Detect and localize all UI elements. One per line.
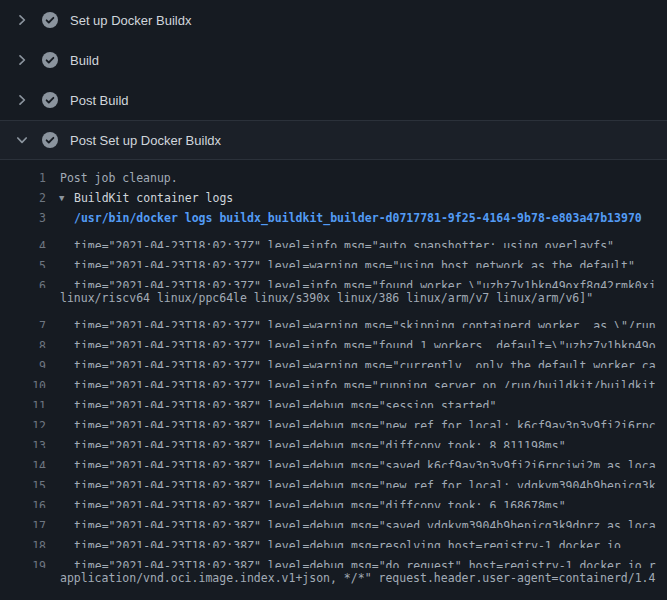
log-line: 12 time="2021-04-23T18:02:38Z" level=deb… — [0, 408, 667, 428]
log-line: 11 time="2021-04-23T18:02:38Z" level=deb… — [0, 388, 667, 408]
log-area: 1 Post job cleanup. 2 ▼ BuildKit contain… — [0, 160, 667, 600]
log-line: 7 time="2021-04-23T18:02:37Z" level=warn… — [0, 308, 667, 328]
line-text: time="2021-04-23T18:02:38Z" level=debug … — [74, 436, 566, 448]
line-number[interactable]: 1 — [0, 168, 46, 188]
step-header[interactable]: Post Set up Docker Buildx — [0, 120, 667, 160]
line-number[interactable] — [0, 288, 46, 308]
line-text: time="2021-04-23T18:02:38Z" level=debug … — [74, 536, 621, 548]
line-text: time="2021-04-23T18:02:38Z" level=debug … — [74, 516, 656, 528]
log-line: 3 /usr/bin/docker logs buildx_buildkit_b… — [0, 208, 667, 228]
log-line: 10 time="2021-04-23T18:02:37Z" level=inf… — [0, 368, 667, 388]
line-number[interactable]: 16 — [0, 496, 46, 508]
line-number[interactable]: 15 — [0, 476, 46, 488]
log-line: 8 time="2021-04-23T18:02:37Z" level=info… — [0, 328, 667, 348]
step-header[interactable]: Set up Docker Buildx — [0, 0, 667, 40]
line-number[interactable]: 8 — [0, 336, 46, 348]
log-line: 14 time="2021-04-23T18:02:38Z" level=deb… — [0, 448, 667, 468]
log-line: 13 time="2021-04-23T18:02:38Z" level=deb… — [0, 428, 667, 448]
line-text: time="2021-04-23T18:02:38Z" level=debug … — [74, 556, 656, 568]
log-line: application/vnd.oci.image.index.v1+json,… — [0, 568, 667, 588]
line-number[interactable]: 5 — [0, 256, 46, 268]
step-header[interactable]: Post Build — [0, 80, 667, 120]
line-number[interactable]: 9 — [0, 356, 46, 368]
chevron-right-icon — [14, 12, 30, 28]
step-header[interactable]: Build — [0, 40, 667, 80]
check-circle-icon — [42, 132, 58, 148]
log-line: linux/riscv64 linux/ppc64le linux/s390x … — [0, 288, 667, 308]
line-number[interactable]: 11 — [0, 396, 46, 408]
line-text: time="2021-04-23T18:02:38Z" level=debug … — [74, 396, 496, 408]
chevron-right-icon — [14, 52, 30, 68]
actions-log-viewer: Set up Docker Buildx Build P — [0, 0, 667, 600]
log-line: 4 time="2021-04-23T18:02:37Z" level=info… — [0, 228, 667, 248]
line-number[interactable] — [0, 568, 46, 588]
line-number[interactable]: 7 — [0, 316, 46, 328]
line-text: time="2021-04-23T18:02:37Z" level=info m… — [74, 236, 614, 248]
line-text: /usr/bin/docker logs buildx_buildkit_bui… — [74, 208, 642, 228]
line-text: time="2021-04-23T18:02:38Z" level=debug … — [74, 476, 656, 488]
log-line: 5 time="2021-04-23T18:02:37Z" level=warn… — [0, 248, 667, 268]
chevron-right-icon — [14, 92, 30, 108]
check-circle-icon — [42, 12, 58, 28]
group-toggle-icon[interactable]: ▼ — [59, 188, 71, 208]
line-number[interactable]: 6 — [0, 276, 46, 288]
log-line: 19 time="2021-04-23T18:02:38Z" level=deb… — [0, 548, 667, 568]
line-text: time="2021-04-23T18:02:37Z" level=info m… — [74, 276, 656, 288]
line-text: BuildKit container logs — [74, 188, 233, 208]
line-number[interactable]: 18 — [0, 536, 46, 548]
line-text: linux/riscv64 linux/ppc64le linux/s390x … — [60, 288, 593, 308]
line-number[interactable]: 13 — [0, 436, 46, 448]
line-number[interactable]: 3 — [0, 208, 46, 228]
log-line: 6 time="2021-04-23T18:02:37Z" level=info… — [0, 268, 667, 288]
steps-list: Set up Docker Buildx Build P — [0, 0, 667, 160]
check-circle-icon — [42, 92, 58, 108]
line-number[interactable]: 10 — [0, 376, 46, 388]
line-number[interactable]: 2 — [0, 188, 46, 208]
line-text: time="2021-04-23T18:02:37Z" level=warnin… — [74, 316, 656, 328]
chevron-down-icon — [14, 132, 30, 148]
line-text: application/vnd.oci.image.index.v1+json,… — [60, 568, 655, 588]
line-text: time="2021-04-23T18:02:38Z" level=debug … — [74, 596, 642, 600]
line-text: time="2021-04-23T18:02:38Z" level=debug … — [74, 416, 656, 428]
line-number[interactable]: 14 — [0, 456, 46, 468]
line-text: time="2021-04-23T18:02:38Z" level=debug … — [74, 456, 656, 468]
line-text: time="2021-04-23T18:02:37Z" level=warnin… — [74, 356, 656, 368]
check-circle-icon — [42, 52, 58, 68]
log-line: 2 ▼ BuildKit container logs — [0, 188, 667, 208]
step-label: Set up Docker Buildx — [70, 13, 191, 28]
log-line: 16 time="2021-04-23T18:02:38Z" level=deb… — [0, 488, 667, 508]
line-number[interactable]: 12 — [0, 416, 46, 428]
line-text: Post job cleanup. — [60, 168, 178, 188]
line-text: time="2021-04-23T18:02:37Z" level=warnin… — [74, 256, 635, 268]
line-number[interactable]: 20 — [0, 596, 46, 600]
line-number[interactable]: 4 — [0, 236, 46, 248]
log-line: 20 time="2021-04-23T18:02:38Z" level=deb… — [0, 588, 667, 600]
step-label: Post Build — [70, 93, 129, 108]
line-number[interactable]: 19 — [0, 556, 46, 568]
log-line: 9 time="2021-04-23T18:02:37Z" level=warn… — [0, 348, 667, 368]
step-label: Build — [70, 53, 99, 68]
log-line: 15 time="2021-04-23T18:02:38Z" level=deb… — [0, 468, 667, 488]
step-label: Post Set up Docker Buildx — [70, 133, 221, 148]
line-text: time="2021-04-23T18:02:38Z" level=debug … — [74, 496, 566, 508]
log-line: 18 time="2021-04-23T18:02:38Z" level=deb… — [0, 528, 667, 548]
line-number[interactable]: 17 — [0, 516, 46, 528]
line-text: time="2021-04-23T18:02:37Z" level=info m… — [74, 336, 656, 348]
log-line: 17 time="2021-04-23T18:02:38Z" level=deb… — [0, 508, 667, 528]
log-line: 1 Post job cleanup. — [0, 168, 667, 188]
line-text: time="2021-04-23T18:02:37Z" level=info m… — [74, 376, 656, 388]
